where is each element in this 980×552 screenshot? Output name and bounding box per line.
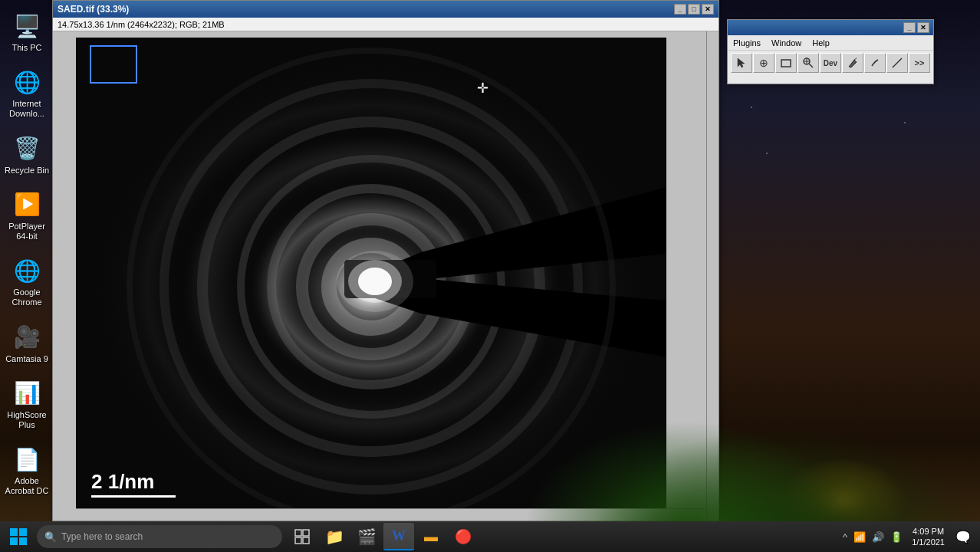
tool-cursor[interactable] (731, 53, 752, 73)
tool-draw[interactable] (842, 53, 863, 73)
imagej-titlebar[interactable]: SAED.tif (33.3%) _ □ ✕ (53, 1, 719, 18)
tray-volume-icon[interactable]: 🔊 (870, 530, 886, 544)
notification-icon[interactable]: 🗨️ (952, 528, 974, 546)
vertical-scrollbar[interactable] (706, 31, 719, 521)
task-view-button[interactable] (287, 523, 317, 550)
svg-line-23 (893, 58, 902, 67)
svg-rect-26 (10, 537, 18, 545)
tool-dev[interactable]: Dev (820, 53, 841, 73)
fiji-toolbar-titlebar[interactable]: _ ✕ (728, 20, 933, 35)
svg-text:⊕: ⊕ (759, 57, 768, 69)
tray-chevron-icon[interactable]: ^ (841, 530, 849, 544)
maximize-button[interactable]: □ (688, 4, 700, 15)
scale-bar: 2 1/nm (91, 470, 176, 498)
horizontal-scrollbar[interactable] (76, 508, 706, 521)
fiji-close-button[interactable]: ✕ (917, 22, 929, 33)
adobe-acrobat-icon: 📄 (12, 444, 42, 475)
recycle-bin-label: Recycle Bin (5, 166, 49, 176)
search-icon: 🔍 (44, 531, 57, 543)
clock-time: 4:09 PM (913, 526, 944, 537)
app5-taskbar-button[interactable]: ▬ (416, 523, 446, 550)
imagej-info-text: 14.75x13.36 1/nm (2464x2232); RGB; 21MB (58, 20, 225, 29)
imagej-window-title: SAED.tif (33.3%) (58, 4, 129, 15)
fiji-minimize-button[interactable]: _ (903, 22, 916, 33)
app6-taskbar-icon: 🔴 (455, 528, 472, 545)
fiji-menu-plugins[interactable]: Plugins (731, 38, 763, 48)
svg-rect-17 (781, 60, 791, 67)
selection-rectangle[interactable] (90, 45, 137, 84)
fiji-menu-help[interactable]: Help (810, 38, 832, 48)
taskbar: 🔍 Type here to search 📁 🎬 W ▬ 🔴 (0, 521, 980, 552)
potplayer-icon: ▶️ (12, 189, 42, 220)
svg-text:✛: ✛ (477, 80, 488, 96)
tool-more[interactable]: >> (909, 53, 930, 73)
svg-rect-24 (10, 528, 18, 536)
highscore-plus-label: HighScore Plus (4, 410, 50, 430)
fiji-tools-row: ⊕ Dev (728, 51, 933, 75)
start-button[interactable] (3, 523, 34, 550)
svg-line-22 (854, 58, 857, 60)
google-chrome-icon: 🌐 (12, 255, 42, 286)
this-pc-label: This PC (12, 43, 41, 53)
tool-magnify[interactable] (797, 53, 819, 73)
tool-move[interactable]: ⊕ (753, 53, 774, 73)
desktop-icon-adobe-acrobat[interactable]: 📄 Adobe Acrobat DC (1, 441, 53, 499)
desktop-icon-google-chrome[interactable]: 🌐 Google Chrome (1, 252, 53, 310)
more-tools-label: >> (915, 58, 925, 67)
file-explorer-icon: 📁 (325, 527, 344, 546)
word-taskbar-icon: W (392, 528, 406, 544)
camtasia-icon: 🎥 (12, 322, 42, 353)
system-tray: ^ 📶 🔊 🔋 (841, 530, 904, 544)
clock-date: 1/1/2021 (912, 537, 945, 547)
internet-download-icon: 🌐 (12, 67, 42, 97)
svg-point-13 (337, 251, 413, 312)
desktop-icon-potplayer[interactable]: ▶️ PotPlayer 64-bit (1, 186, 53, 245)
svg-rect-30 (295, 537, 301, 544)
desktop-icon-camtasia[interactable]: 🎥 Camtasia 9 (1, 319, 53, 367)
desktop-icon-recycle-bin[interactable]: 🗑️ Recycle Bin (1, 130, 53, 179)
file-explorer-button[interactable]: 📁 (319, 523, 350, 550)
desktop-icon-internet-download[interactable]: 🌐 Internet Downlo... (1, 64, 53, 122)
saed-image-canvas[interactable]: ✛ 2 1/nm (76, 38, 666, 521)
app6-taskbar-button[interactable]: 🔴 (448, 523, 478, 550)
fiji-window-controls: _ ✕ (903, 22, 929, 33)
scale-bar-line (91, 495, 176, 498)
this-pc-icon: 🖥️ (12, 11, 42, 41)
desktop-icon-this-pc[interactable]: 🖥️ This PC (1, 8, 53, 56)
word-taskbar-button[interactable]: W (383, 523, 414, 550)
potplayer-taskbar-button[interactable]: 🎬 (351, 523, 382, 550)
tool-line[interactable] (886, 53, 908, 73)
fiji-toolbar-window[interactable]: _ ✕ Plugins Window Help ⊕ (727, 19, 934, 84)
search-bar[interactable]: 🔍 Type here to search (37, 525, 282, 548)
potplayer-taskbar-icon: 🎬 (357, 527, 377, 546)
potplayer-label: PotPlayer 64-bit (4, 222, 50, 242)
system-clock[interactable]: 4:09 PM 1/1/2021 (907, 526, 949, 548)
adobe-acrobat-label: Adobe Acrobat DC (4, 476, 50, 496)
svg-line-19 (809, 64, 813, 67)
tool-pencil[interactable] (864, 53, 886, 73)
svg-rect-28 (295, 530, 301, 536)
fiji-menubar: Plugins Window Help (728, 35, 933, 51)
minimize-button[interactable]: _ (674, 4, 686, 15)
recycle-bin-icon: 🗑️ (12, 133, 42, 164)
scale-bar-text: 2 1/nm (91, 470, 154, 494)
desktop-tent-glow (765, 391, 919, 529)
tray-network-icon[interactable]: 📶 (852, 530, 867, 544)
fiji-menu-window[interactable]: Window (769, 38, 804, 48)
camtasia-label: Camtasia 9 (5, 354, 48, 364)
svg-rect-31 (303, 537, 309, 544)
windows-logo-icon (9, 527, 28, 546)
tray-battery-icon[interactable]: 🔋 (889, 530, 904, 544)
search-placeholder-text: Type here to search (61, 531, 143, 542)
highscore-plus-icon: 📊 (12, 378, 42, 409)
saed-diffraction-image: ✛ 2 1/nm (76, 38, 666, 521)
taskbar-right: ^ 📶 🔊 🔋 4:09 PM 1/1/2021 🗨️ (841, 526, 977, 548)
tool-rectangle[interactable] (775, 53, 797, 73)
imagej-window[interactable]: SAED.tif (33.3%) _ □ ✕ 14.75x13.36 1/nm … (52, 0, 719, 521)
app5-taskbar-icon: ▬ (424, 529, 438, 545)
close-button[interactable]: ✕ (702, 4, 714, 15)
desktop-icon-highscore-plus[interactable]: 📊 HighScore Plus (1, 375, 53, 433)
google-chrome-label: Google Chrome (4, 288, 50, 307)
task-view-icon (294, 529, 310, 544)
desktop-icons-container: 🖥️ This PC 🌐 Internet Downlo... 🗑️ Recyc… (0, 0, 54, 521)
